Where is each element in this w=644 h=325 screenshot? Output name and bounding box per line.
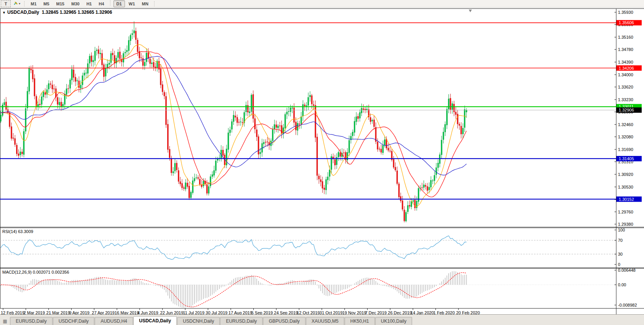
svg-text:100: 100: [618, 228, 625, 232]
svg-text:1.32080: 1.32080: [618, 135, 633, 139]
svg-text:1.32460: 1.32460: [618, 122, 633, 127]
chart-tabs: EURUSD,DailyUSDCHF,DailyAUDUSD,H4USDCAD,…: [10, 316, 412, 325]
chart-svg: 1.359301.355501.351601.347801.343901.340…: [0, 8, 644, 314]
svg-text:1.35606: 1.35606: [619, 20, 634, 25]
svg-text:1 Feb 2020: 1 Feb 2020: [434, 310, 455, 314]
svg-text:1.30920: 1.30920: [618, 172, 633, 177]
toolbar-separator: [24, 1, 25, 7]
toolbar-separator: [154, 1, 155, 7]
timeframe-button-D1[interactable]: D1: [113, 0, 125, 7]
timeframe-button-M30[interactable]: M30: [68, 0, 82, 7]
svg-text:1.31405: 1.31405: [619, 156, 634, 161]
svg-text:11 Jul 2019: 11 Jul 2019: [183, 310, 204, 314]
svg-text:5 Sep 2019: 5 Sep 2019: [251, 310, 273, 314]
chart-tab-USDCAD-Daily[interactable]: USDCAD,Daily: [133, 316, 177, 325]
svg-text:1.34390: 1.34390: [618, 60, 633, 64]
svg-text:20 Feb 2020: 20 Feb 2020: [456, 310, 480, 314]
timeframe-button-H4[interactable]: H4: [95, 0, 107, 7]
svg-text:1.32906: 1.32906: [619, 108, 634, 112]
chart-tab-AUDUSD-H4[interactable]: AUDUSD,H4: [95, 317, 133, 325]
svg-text:2 Mar 2019: 2 Mar 2019: [23, 310, 45, 314]
svg-text:12 Oct 2019: 12 Oct 2019: [297, 310, 320, 314]
svg-text:-0.008982: -0.008982: [618, 303, 637, 307]
timeframe-button-M15[interactable]: M15: [53, 0, 67, 7]
timeframe-button-M5[interactable]: M5: [40, 0, 52, 7]
svg-text:21 Mar 2019: 21 Mar 2019: [46, 310, 70, 314]
svg-text:14 Jan 2020: 14 Jan 2020: [411, 310, 434, 314]
svg-text:30 Jul 2019: 30 Jul 2019: [206, 310, 228, 314]
svg-text:27 Apr 2019: 27 Apr 2019: [92, 310, 115, 314]
svg-text:1.35160: 1.35160: [618, 35, 633, 39]
axis-label-1.31405: 1.31405: [616, 156, 642, 161]
svg-text:0.006448: 0.006448: [618, 268, 636, 272]
timeframe-button-group: M1M5M15M30H1H4D1W1MN: [28, 0, 151, 7]
timeframe-button-MN[interactable]: MN: [139, 0, 151, 7]
timeframe-button-W1[interactable]: W1: [126, 0, 138, 7]
svg-text:12 Feb 2019: 12 Feb 2019: [1, 310, 25, 314]
svg-text:7 Dec 2019: 7 Dec 2019: [365, 310, 386, 314]
chart-windows-icon[interactable]: ▦: [1, 317, 9, 325]
chart-tab-bar: ▦ EURUSD,DailyUSDCHF,DailyAUDUSD,H4USDCA…: [0, 314, 644, 325]
chart-tab-XAUUSD-M5[interactable]: XAUUSD,M5: [306, 317, 344, 325]
svg-text:70: 70: [618, 238, 623, 243]
svg-text:26 Dec 2019: 26 Dec 2019: [388, 310, 412, 314]
chart-tab-GBPUSD-Daily[interactable]: GBPUSD,Daily: [263, 317, 306, 325]
svg-text:1.30152: 1.30152: [619, 197, 634, 202]
svg-text:1.33620: 1.33620: [618, 85, 633, 89]
timeframe-button-H1[interactable]: H1: [83, 0, 95, 7]
current-price-label: 1.32906: [616, 107, 642, 113]
svg-text:17 Aug 2019: 17 Aug 2019: [228, 310, 252, 314]
chart-canvas[interactable]: 1.359301.355501.351601.347801.343901.340…: [0, 8, 644, 314]
axis-label-1.34206: 1.34206: [616, 66, 642, 71]
chart-tab-USDCHF-Daily[interactable]: USDCHF,Daily: [53, 317, 95, 325]
chart-tab-UK100-Daily[interactable]: UK100,Daily: [375, 317, 412, 325]
chevron-down-icon: ▾: [19, 2, 20, 5]
svg-text:24 Sep 2019: 24 Sep 2019: [274, 310, 298, 314]
objects-dropdown-button[interactable]: ▾: [12, 1, 21, 7]
svg-text:1.33230: 1.33230: [618, 97, 633, 102]
toolbar-separator: [110, 0, 111, 6]
svg-text:31 Oct 2019: 31 Oct 2019: [320, 310, 343, 314]
svg-text:9 Apr 2019: 9 Apr 2019: [69, 310, 89, 314]
axis-label-1.35606: 1.35606: [616, 20, 642, 25]
top-toolbar: T ▾ M1M5M15M30H1H4D1W1MN: [0, 0, 644, 8]
svg-text:22 Jun 2019: 22 Jun 2019: [160, 310, 184, 314]
chart-tab-EURUSD-Daily[interactable]: EURUSD,Daily: [10, 317, 53, 325]
svg-text:1.29760: 1.29760: [618, 210, 633, 214]
text-tool-button[interactable]: T: [1, 0, 11, 7]
chart-tab-HK50-H1[interactable]: HK50,H1: [345, 317, 375, 325]
svg-text:1.29380: 1.29380: [618, 222, 633, 227]
timeframe-button-M1[interactable]: M1: [28, 0, 39, 7]
svg-text:16 May 2019: 16 May 2019: [115, 310, 139, 314]
svg-text:1.30530: 1.30530: [618, 185, 633, 189]
svg-text:0: 0: [618, 262, 620, 267]
svg-text:1.34000: 1.34000: [618, 72, 633, 77]
svg-text:0.00: 0.00: [618, 282, 626, 287]
svg-text:4 Jun 2019: 4 Jun 2019: [137, 310, 158, 314]
svg-text:1.31690: 1.31690: [618, 147, 633, 152]
svg-text:1.34780: 1.34780: [618, 47, 633, 52]
chart-tab-USDCNH-Daily[interactable]: USDCNH,Daily: [177, 317, 220, 325]
axis-label-1.30152: 1.30152: [616, 197, 642, 202]
arrange-arrows-icon: [13, 0, 18, 7]
svg-text:1.35930: 1.35930: [618, 10, 633, 15]
chart-tab-EURUSD-Daily[interactable]: EURUSD,Daily: [220, 317, 263, 325]
svg-text:30: 30: [618, 252, 623, 256]
svg-text:19 Nov 2019: 19 Nov 2019: [342, 310, 366, 314]
trading-terminal-window: T ▾ M1M5M15M30H1H4D1W1MN 1.359301.355501…: [0, 0, 644, 325]
svg-text:1.34206: 1.34206: [619, 66, 634, 71]
